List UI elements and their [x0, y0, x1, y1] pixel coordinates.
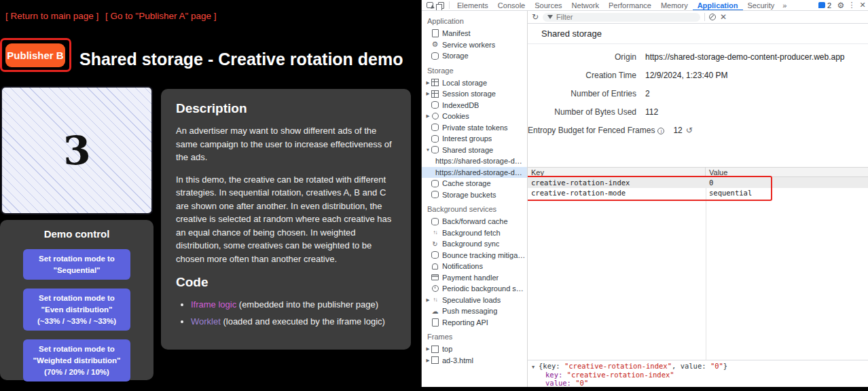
rotation-weighted-button[interactable]: Set rotation mode to "Weighted distribut…	[23, 339, 130, 381]
sidebar-item-background-fetch[interactable]: Background fetch	[422, 227, 527, 239]
sidebar-item-interest-groups[interactable]: Interest groups	[422, 133, 527, 145]
sidebar-item-push-messaging[interactable]: Push messaging	[422, 305, 527, 317]
message-icon	[818, 2, 825, 8]
filter-input[interactable]	[556, 13, 679, 21]
periodic-sync-icon	[431, 285, 439, 293]
tab-console[interactable]: Console	[493, 0, 530, 11]
code-item-iframe: Iframe logic (embedded into the publishe…	[191, 298, 396, 312]
expand-arrow-icon[interactable]	[424, 346, 431, 352]
refresh-icon[interactable]: ↻	[532, 12, 539, 22]
close-devtools-icon[interactable]: ✕	[857, 1, 868, 10]
interest-groups-icon	[431, 135, 439, 143]
session-storage-icon	[431, 90, 439, 98]
description-paragraph-2: In this demo, the creative can be rotate…	[176, 173, 396, 266]
panel-heading: Shared storage	[528, 24, 868, 44]
manifest-icon	[431, 30, 439, 37]
metadata-row-entropy: Entropy Budget for Fenced Framesi 12↺	[528, 121, 868, 139]
info-icon[interactable]: i	[657, 128, 664, 134]
return-main-link[interactable]: [ Return to main page ]	[5, 11, 98, 21]
storage-buckets-icon	[431, 191, 439, 198]
tab-performance[interactable]: Performance	[604, 0, 656, 11]
ad-creative-frame: 3	[1, 86, 153, 215]
code-item-iframe-rest: (embedded into the publisher page)	[236, 299, 378, 310]
application-sidebar: Application Manifest Service workers Sto…	[422, 11, 528, 387]
key-value-grid: Key Value creative-rotation-index 0 crea…	[528, 167, 868, 360]
grid-row-rotation-index[interactable]: creative-rotation-index 0	[528, 177, 868, 188]
local-storage-icon	[431, 79, 439, 86]
tab-memory[interactable]: Memory	[656, 0, 693, 11]
private-state-tokens-icon	[431, 124, 439, 131]
console-count-badge[interactable]: 2	[818, 1, 831, 10]
demo-control-panel: Demo control Set rotation mode to "Seque…	[0, 220, 153, 380]
inspect-icon[interactable]	[424, 1, 435, 10]
delete-selected-icon[interactable]: ✕	[720, 12, 727, 22]
top-nav: [ Return to main page ] [ Go to "Publish…	[5, 11, 221, 21]
grid-row-rotation-mode[interactable]: creative-rotation-mode sequential	[528, 188, 868, 199]
grid-column-value[interactable]: Value	[706, 168, 868, 176]
more-tabs-button[interactable]: »	[779, 0, 790, 11]
demo-control-title: Demo control	[0, 228, 153, 240]
sidebar-item-cookies[interactable]: Cookies	[422, 111, 527, 122]
rotation-even-button[interactable]: Set rotation mode to "Even distribution"…	[23, 288, 130, 331]
metadata-row-creation-time: Creation Time 12/9/2024, 1:23:40 PM	[528, 67, 868, 85]
sidebar-item-indexeddb[interactable]: IndexedDB	[422, 100, 527, 111]
speculative-loads-icon	[431, 296, 439, 303]
sidebar-item-private-state-tokens[interactable]: Private state tokens	[422, 122, 527, 134]
sidebar-item-shared-origin-2[interactable]: https://shared-storage-d…	[422, 167, 527, 179]
sidebar-item-payment-handler[interactable]: Payment handler	[422, 272, 527, 284]
worklet-link[interactable]: Worklet	[191, 316, 221, 327]
rotation-sequential-button[interactable]: Set rotation mode to "Sequential"	[23, 249, 130, 280]
more-options-icon[interactable]: ⋮	[846, 1, 857, 10]
publisher-a-link[interactable]: [ Go to "Publisher A" page ]	[105, 11, 216, 21]
sidebar-item-bounce-tracking[interactable]: Bounce tracking mitiga…	[422, 250, 527, 261]
sidebar-item-background-sync[interactable]: Background sync	[422, 238, 527, 250]
tab-application[interactable]: Application	[693, 0, 743, 11]
tab-security[interactable]: Security	[743, 0, 780, 11]
grid-column-key[interactable]: Key	[528, 168, 706, 176]
preview-summary[interactable]: ▼{key: "creative-rotation-index", value:…	[528, 362, 868, 371]
sidebar-item-speculative-loads[interactable]: Speculative loads	[422, 295, 527, 306]
frame-icon	[431, 346, 439, 353]
sidebar-section-frames: Frames	[422, 328, 527, 343]
metadata-row-entries: Number of Entries 2	[528, 85, 868, 103]
sidebar-item-notifications[interactable]: Notifications	[422, 261, 527, 272]
settings-icon[interactable]: ⚙	[835, 1, 846, 10]
collapse-arrow-icon[interactable]	[424, 147, 431, 152]
expand-arrow-icon[interactable]	[424, 113, 431, 119]
sidebar-item-reporting-api[interactable]: Reporting API	[422, 317, 527, 329]
reset-budget-icon[interactable]: ↺	[686, 126, 693, 135]
sidebar-item-frame-top[interactable]: top	[422, 343, 527, 355]
expand-arrow-icon[interactable]	[424, 80, 431, 86]
grid-body: creative-rotation-index 0 creative-rotat…	[528, 177, 868, 360]
iframe-logic-link[interactable]: Iframe logic	[191, 299, 236, 310]
sidebar-item-cache-storage[interactable]: Cache storage	[422, 178, 527, 189]
clear-all-icon[interactable]	[709, 14, 716, 20]
sidebar-section-storage: Storage	[422, 62, 527, 77]
expand-arrow-icon[interactable]	[424, 91, 431, 96]
tab-sources[interactable]: Sources	[530, 0, 566, 11]
tab-elements[interactable]: Elements	[452, 0, 493, 11]
sidebar-item-frame-ad3[interactable]: ad-3.html	[422, 355, 527, 367]
sidebar-item-manifest[interactable]: Manifest	[422, 28, 527, 39]
tab-network[interactable]: Network	[567, 0, 604, 11]
sidebar-item-periodic-sync[interactable]: Periodic background s…	[422, 283, 527, 295]
expand-arrow-icon[interactable]	[424, 358, 431, 363]
sidebar-item-storage[interactable]: Storage	[422, 50, 527, 62]
filter-funnel-icon	[547, 15, 553, 19]
page-title: Shared storage - Creative rotation demo	[79, 50, 403, 69]
notifications-icon	[431, 263, 439, 270]
sidebar-item-storage-buckets[interactable]: Storage buckets	[422, 189, 527, 201]
sidebar-item-shared-storage[interactable]: Shared storage	[422, 145, 527, 156]
sidebar-item-local-storage[interactable]: Local storage	[422, 77, 527, 89]
preview-value-line: value: "0"	[528, 379, 868, 387]
sidebar-item-bf-cache[interactable]: Back/forward cache	[422, 216, 527, 227]
sidebar-section-background-services: Background services	[422, 200, 527, 216]
sidebar-item-shared-origin-1[interactable]: https://shared-storage-d…	[422, 155, 527, 167]
expander-icon[interactable]: ▼	[532, 363, 539, 372]
background-fetch-icon	[431, 229, 439, 236]
sidebar-item-service-workers[interactable]: Service workers	[422, 39, 527, 51]
expand-arrow-icon[interactable]	[424, 297, 431, 303]
publisher-b-button[interactable]: Publisher B	[5, 43, 65, 67]
sidebar-item-session-storage[interactable]: Session storage	[422, 88, 527, 100]
device-toolbar-icon[interactable]	[435, 1, 446, 10]
